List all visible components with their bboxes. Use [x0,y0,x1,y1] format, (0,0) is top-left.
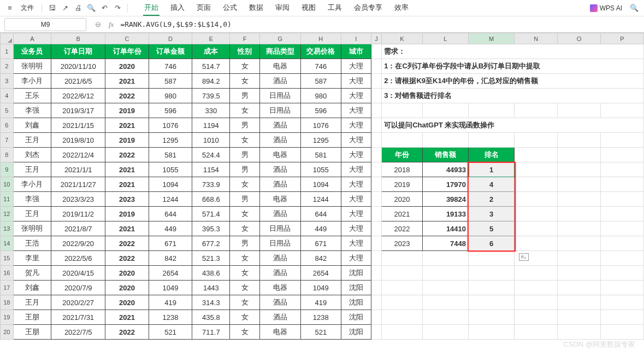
cell-B4[interactable]: 2022/6/12 [51,89,105,103]
cell-F18[interactable]: 女 [230,295,259,310]
cell-B19[interactable]: 2021/7/31 [51,310,105,325]
cell-K19[interactable] [382,310,422,325]
cell-J18[interactable] [371,295,382,310]
cell-I12[interactable]: 大理 [341,207,371,221]
cell-O14[interactable] [558,236,601,251]
cell-O18[interactable] [558,295,601,310]
cell-D3[interactable]: 587 [149,74,192,89]
col-header-D[interactable]: D [149,33,192,44]
cell-F7[interactable]: 女 [230,133,259,148]
col-header-H[interactable]: H [300,33,341,44]
cell-P19[interactable] [600,310,643,325]
cell-J3[interactable] [371,74,382,89]
cell-M5[interactable] [469,103,515,118]
cell-D6[interactable]: 1076 [149,118,192,133]
cell-C6[interactable]: 2021 [105,118,149,133]
cell-A7[interactable]: 王月 [13,133,51,148]
cell-A20[interactable]: 王朋 [13,325,51,340]
cell-D20[interactable]: 521 [149,325,192,340]
cell-L15[interactable] [422,251,468,266]
cell-G19[interactable]: 酒品 [259,310,300,325]
cell-I14[interactable]: 大理 [341,236,371,251]
cell-K4[interactable]: 3：对销售额进行排名 [382,89,644,103]
cell-K14[interactable]: 2023 [382,236,422,251]
cell-N7[interactable] [515,133,558,148]
cell-C13[interactable]: 2021 [105,221,149,236]
cell-G18[interactable]: 酒品 [259,295,300,310]
cell-P16[interactable] [600,266,643,281]
cell-G15[interactable]: 酒品 [259,251,300,266]
cell-C19[interactable]: 2021 [105,310,149,325]
redo-icon[interactable]: ↷ [112,3,123,14]
cell-J19[interactable] [371,310,382,325]
cell-L16[interactable] [422,266,468,281]
cell-M9[interactable]: 1 [469,162,515,177]
row-header-19[interactable]: 19 [1,310,14,325]
cell-A10[interactable]: 李小月 [13,177,51,192]
cell-B3[interactable]: 2021/6/5 [51,74,105,89]
cell-H14[interactable]: 671 [300,236,341,251]
preview-icon[interactable]: 🔍 [86,3,97,14]
tab-data[interactable]: 数据 [248,1,264,16]
cell-I19[interactable]: 沈阳 [341,310,371,325]
cell-E8[interactable]: 524.4 [192,148,230,162]
cell-J9[interactable] [371,162,382,177]
cell-E18[interactable]: 314.3 [192,295,230,310]
col-header-K[interactable]: K [382,33,422,44]
cell-J12[interactable] [371,207,382,221]
cell-G4[interactable]: 日用品 [259,89,300,103]
cell-E20[interactable]: 711.7 [192,325,230,340]
cell-A6[interactable]: 刘鑫 [13,118,51,133]
row-header-17[interactable]: 17 [1,281,14,295]
col-header-P[interactable]: P [600,33,643,44]
cell-I13[interactable]: 大理 [341,221,371,236]
cell-M7[interactable] [469,133,515,148]
cell-L10[interactable]: 17970 [422,177,468,192]
cell-M13[interactable]: 5 [469,221,515,236]
formula-input[interactable]: =RANK.AVG(L9,$L$9:$L$14,0) [117,20,644,28]
cell-A8[interactable]: 刘杰 [13,148,51,162]
cell-K17[interactable] [382,281,422,295]
cell-K13[interactable]: 2022 [382,221,422,236]
cell-I15[interactable]: 大理 [341,251,371,266]
cell-K7[interactable] [382,133,422,148]
cell-P8[interactable] [600,148,643,162]
cell-D18[interactable]: 419 [149,295,192,310]
cell-M16[interactable] [469,266,515,281]
cell-K10[interactable]: 2019 [382,177,422,192]
cell-F13[interactable]: 女 [230,221,259,236]
cell-A15[interactable]: 李里 [13,251,51,266]
cell-B12[interactable]: 2019/11/2 [51,207,105,221]
cell-A1[interactable]: 业务员 [13,44,51,59]
cell-L19[interactable] [422,310,468,325]
cell-D13[interactable]: 449 [149,221,192,236]
cell-J10[interactable] [371,177,382,192]
file-menu[interactable]: 文件 [17,3,37,13]
fx-icon[interactable]: fx [105,20,117,29]
tab-page[interactable]: 页面 [196,1,212,16]
cell-J1[interactable] [371,44,382,59]
cell-I2[interactable]: 大理 [341,59,371,74]
cell-H3[interactable]: 587 [300,74,341,89]
cell-E9[interactable]: 1154 [192,162,230,177]
cell-H1[interactable]: 交易价格 [300,44,341,59]
save-icon[interactable]: 🖫 [46,3,57,14]
cell-N16[interactable] [515,266,558,281]
row-header-5[interactable]: 5 [1,103,14,118]
undo-icon[interactable]: ↶ [99,3,110,14]
cell-N9[interactable] [515,162,558,177]
cell-B6[interactable]: 2021/1/15 [51,118,105,133]
col-header-G[interactable]: G [259,33,300,44]
cell-E3[interactable]: 894.2 [192,74,230,89]
cell-I5[interactable]: 大理 [341,103,371,118]
cell-G8[interactable]: 电器 [259,148,300,162]
cell-K1[interactable]: 需求： [382,44,644,59]
cell-O20[interactable] [558,325,601,340]
cell-A13[interactable]: 张明明 [13,221,51,236]
cell-C7[interactable]: 2019 [105,133,149,148]
cell-K15[interactable] [382,251,422,266]
cell-E4[interactable]: 739.5 [192,89,230,103]
cell-A12[interactable]: 王月 [13,207,51,221]
row-header-8[interactable]: 8 [1,148,14,162]
cell-H13[interactable]: 449 [300,221,341,236]
